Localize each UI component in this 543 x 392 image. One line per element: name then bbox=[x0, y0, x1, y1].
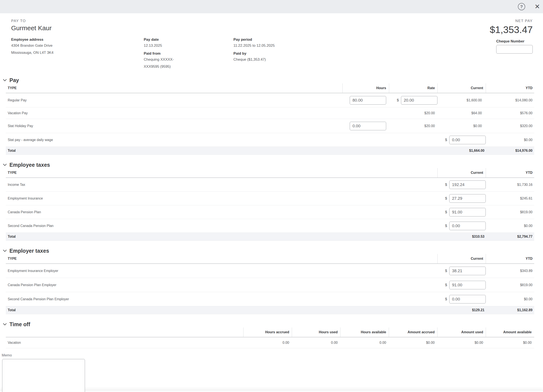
pay-date-value: 12.13.2025 bbox=[144, 42, 233, 49]
employee-taxes-total-row: Total $310.53 $2,794.77 bbox=[6, 233, 534, 241]
section-title: Employee taxes bbox=[9, 162, 50, 168]
row-label: Canada Pension Plan Employer bbox=[6, 283, 57, 287]
section-employee-taxes-header: Employee taxes bbox=[3, 162, 543, 168]
memo-textarea[interactable] bbox=[2, 359, 85, 392]
column-header-rate: Rate bbox=[427, 86, 435, 90]
paid-from-label: Paid from bbox=[144, 51, 233, 56]
table-row-vacation-pay: Vacation Pay $20.00 $64.00 $576.00 bbox=[6, 107, 534, 119]
close-icon[interactable]: ✕ bbox=[534, 3, 541, 10]
section-time-off-header: Time off bbox=[3, 321, 543, 327]
row-label: Vacation bbox=[6, 341, 21, 345]
amount-available-value: $0.00 bbox=[523, 341, 532, 345]
current-value: $64.00 bbox=[471, 111, 482, 115]
canada-pension-plan-current-input[interactable] bbox=[449, 208, 486, 216]
table-row-vacation: Vacation 0.00 0.00 0.00 $0.00 $0.00 $0.0… bbox=[6, 337, 534, 348]
column-header-ytd: YTD bbox=[526, 86, 532, 90]
table-row-income-tax: Income Tax $ $1,730.16 bbox=[6, 178, 534, 192]
currency-prefix: $ bbox=[445, 224, 447, 228]
table-row-second-canada-pension-plan-employer: Second Canada Pension Plan Employer $ $0… bbox=[6, 292, 534, 306]
employer-taxes-table-header: TYPE Current YTD bbox=[6, 254, 534, 264]
paid-from-line2: XXX9595 (9595) bbox=[144, 63, 233, 70]
employer-taxes-total-row: Total $129.21 $1,162.89 bbox=[6, 306, 534, 314]
employer-taxes-table: TYPE Current YTD Employment Insurance Em… bbox=[6, 254, 534, 314]
income-tax-current-input[interactable] bbox=[449, 181, 486, 189]
row-label: Employment Insurance bbox=[6, 197, 43, 200]
column-header-type: TYPE bbox=[6, 257, 17, 261]
ytd-value: $819.00 bbox=[520, 283, 532, 287]
stat-pay-current-input[interactable] bbox=[449, 136, 486, 144]
currency-prefix: $ bbox=[445, 269, 447, 273]
section-time-off: Time off Hours accrued Hours used Hours … bbox=[0, 321, 543, 348]
column-header-hours-accrued: Hours accrued bbox=[265, 330, 289, 334]
row-label: Vacation Pay bbox=[6, 111, 28, 115]
pay-period-label: Pay period bbox=[233, 37, 362, 42]
ytd-value: $245.61 bbox=[520, 197, 532, 200]
time-off-table-header: Hours accrued Hours used Hours available… bbox=[6, 327, 534, 337]
payee-name: Gurmeet Kaur bbox=[11, 24, 543, 32]
regular-pay-rate-input[interactable] bbox=[401, 96, 437, 105]
employment-insurance-employer-current-input[interactable] bbox=[449, 267, 486, 275]
employee-taxes-table-header: TYPE Current YTD bbox=[6, 168, 534, 178]
section-title: Time off bbox=[9, 321, 30, 327]
row-label: Second Canada Pension Plan Employer bbox=[6, 297, 69, 301]
table-row-canada-pension-plan-employer: Canada Pension Plan Employer $ $819.00 bbox=[6, 278, 534, 292]
employee-taxes-table: TYPE Current YTD Income Tax $ $1,730.16 … bbox=[6, 168, 534, 241]
column-header-current: Current bbox=[471, 171, 483, 175]
stat-holiday-hours-input[interactable] bbox=[350, 122, 386, 130]
second-canada-pension-plan-employer-current-input[interactable] bbox=[449, 295, 486, 304]
column-header-type: TYPE bbox=[6, 86, 17, 90]
currency-prefix: $ bbox=[445, 182, 447, 187]
cheque-info-row: Employee address 4304 Brandon Gate Drive… bbox=[11, 37, 543, 70]
section-employer-taxes: Employer taxes TYPE Current YTD Employme… bbox=[0, 248, 543, 314]
hours-accrued-value: 0.00 bbox=[283, 341, 289, 345]
column-header-amount-available: Amount available bbox=[503, 330, 532, 334]
rate-value: $20.00 bbox=[424, 124, 435, 128]
second-canada-pension-plan-current-input[interactable] bbox=[449, 222, 486, 230]
paid-from-line1: Chequing XXXXX- bbox=[144, 56, 233, 63]
chevron-down-icon[interactable] bbox=[3, 323, 7, 326]
chevron-down-icon[interactable] bbox=[3, 164, 7, 166]
help-icon[interactable]: ? bbox=[518, 3, 525, 10]
chevron-down-icon[interactable] bbox=[3, 250, 7, 252]
net-pay-amount: $1,353.47 bbox=[490, 24, 533, 36]
pay-table-header: TYPE Hours Rate Current YTD bbox=[6, 83, 534, 93]
ytd-value: $0.00 bbox=[524, 138, 532, 142]
employee-address-line1: 4304 Brandon Gate Drive bbox=[11, 42, 144, 49]
currency-prefix: $ bbox=[445, 283, 447, 287]
amount-accrued-value: $0.00 bbox=[426, 341, 435, 345]
column-header-amount-used: Amount used bbox=[461, 330, 483, 334]
total-ytd-value: $2,794.77 bbox=[517, 235, 532, 238]
employee-address-block: Employee address 4304 Brandon Gate Drive… bbox=[11, 37, 144, 70]
rate-value: $20.00 bbox=[424, 111, 435, 115]
net-pay-block: NET PAY $1,353.47 Cheque Number bbox=[490, 19, 533, 54]
section-title: Pay bbox=[9, 77, 19, 83]
pay-period-value: 11.22.2025 to 12.05.2025 bbox=[233, 42, 362, 49]
total-current-value: $129.21 bbox=[472, 308, 484, 312]
ytd-value: $14,080.00 bbox=[515, 98, 532, 102]
currency-prefix: $ bbox=[445, 196, 447, 201]
current-value: $0.00 bbox=[473, 124, 482, 128]
pay-period-block: Pay period 11.22.2025 to 12.05.2025 Paid… bbox=[233, 37, 362, 70]
paid-by-value: Cheque ($1,353.47) bbox=[233, 56, 362, 63]
table-row-employment-insurance-employer: Employment Insurance Employer $ $343.89 bbox=[6, 264, 534, 278]
table-row-second-canada-pension-plan: Second Canada Pension Plan $ $0.00 bbox=[6, 219, 534, 233]
pay-to-label: PAY TO bbox=[11, 19, 543, 23]
ytd-value: $819.00 bbox=[520, 210, 532, 214]
row-label: Employment Insurance Employer bbox=[6, 269, 58, 273]
time-off-table: Hours accrued Hours used Hours available… bbox=[6, 327, 534, 348]
chevron-down-icon[interactable] bbox=[3, 79, 7, 82]
column-header-hours-used: Hours used bbox=[319, 330, 338, 334]
section-employee-taxes: Employee taxes TYPE Current YTD Income T… bbox=[0, 162, 543, 241]
employment-insurance-current-input[interactable] bbox=[449, 194, 486, 203]
canada-pension-plan-employer-current-input[interactable] bbox=[449, 281, 486, 289]
column-header-current: Current bbox=[471, 86, 483, 90]
row-label: Income Tax bbox=[6, 183, 25, 187]
currency-prefix: $ bbox=[445, 297, 447, 301]
net-pay-label: NET PAY bbox=[515, 19, 533, 23]
currency-prefix: $ bbox=[445, 138, 447, 142]
row-label: Stat Holiday Pay bbox=[6, 124, 33, 128]
cheque-number-input[interactable] bbox=[496, 45, 533, 54]
regular-pay-hours-input[interactable] bbox=[350, 96, 386, 105]
section-employer-taxes-header: Employer taxes bbox=[3, 248, 543, 254]
ytd-value: $320.00 bbox=[520, 124, 532, 128]
